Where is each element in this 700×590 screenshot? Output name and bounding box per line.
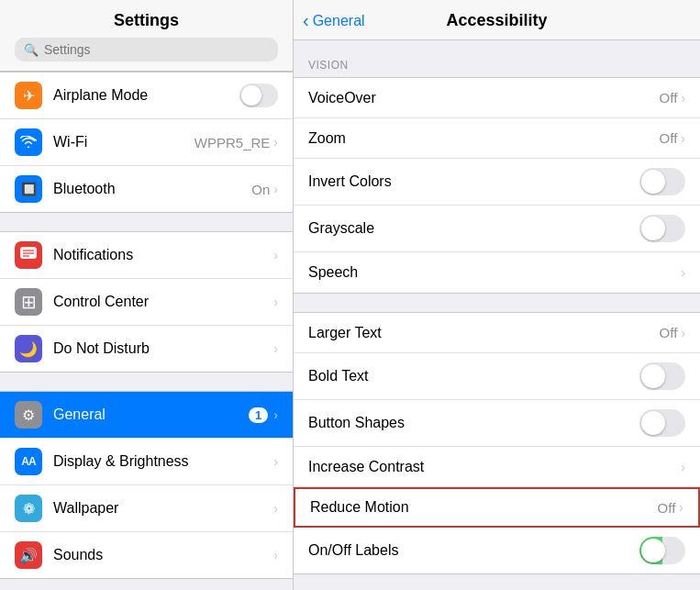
buttonshapes-label: Button Shapes — [308, 415, 639, 431]
invertcolors-label: Invert Colors — [308, 173, 639, 190]
text-group: Larger Text Off › Bold Text Button Shape… — [294, 312, 700, 574]
display-label: Display & Brightness — [53, 453, 273, 470]
notification-group: Notifications › ⊞ Control Center › 🌙 Do … — [0, 231, 293, 373]
settings-item-general[interactable]: ⚙ General 1 › — [0, 392, 293, 439]
vision-group: VoiceOver Off › Zoom Off › Invert Colors… — [294, 77, 700, 294]
settings-item-wifi[interactable]: Wi-Fi WPPR5_RE › — [0, 119, 293, 166]
settings-item-sounds[interactable]: 🔊 Sounds › — [0, 532, 293, 578]
settings-item-display[interactable]: AA Display & Brightness › — [0, 439, 293, 485]
wifi-chevron: › — [273, 135, 278, 150]
airplane-label: Airplane Mode — [53, 87, 239, 104]
boldtext-label: Bold Text — [308, 368, 639, 384]
search-icon: 🔍 — [24, 43, 39, 57]
donotdisturb-chevron: › — [273, 341, 278, 356]
right-content: VISION VoiceOver Off › Zoom Off › Invert… — [294, 40, 700, 590]
speech-label: Speech — [308, 264, 681, 281]
control-label: Control Center — [53, 294, 273, 310]
zoom-label: Zoom — [308, 130, 660, 147]
onofflabels-toggle[interactable] — [639, 537, 685, 564]
accessibility-title: Accessibility — [446, 11, 547, 30]
zoom-value: Off — [660, 130, 678, 146]
settings-item-control[interactable]: ⊞ Control Center › — [0, 279, 293, 326]
right-item-speech[interactable]: Speech › — [294, 252, 700, 293]
sounds-chevron: › — [273, 548, 278, 562]
back-chevron-icon: ‹ — [303, 10, 309, 31]
wallpaper-label: Wallpaper — [53, 500, 273, 517]
back-label: General — [313, 13, 365, 29]
right-item-invertcolors[interactable]: Invert Colors — [294, 159, 700, 206]
wifi-icon — [15, 128, 42, 156]
bluetooth-icon: 🔲 — [15, 175, 42, 203]
sounds-label: Sounds — [53, 547, 273, 563]
airplane-icon: ✈ — [15, 82, 42, 109]
bluetooth-label: Bluetooth — [53, 181, 251, 197]
notifications-icon — [15, 241, 42, 269]
reducemotion-value: Off — [658, 500, 676, 516]
wallpaper-icon: ❁ — [15, 495, 42, 522]
settings-title: Settings — [15, 11, 278, 30]
general-badge: 1 — [249, 407, 268, 423]
vision-section-title: VISION — [294, 59, 700, 77]
airplane-toggle[interactable] — [239, 83, 278, 107]
notifications-label: Notifications — [53, 247, 273, 263]
left-header: Settings 🔍 — [0, 0, 293, 72]
largertext-chevron: › — [681, 326, 685, 340]
wifi-value: WPPR5_RE — [194, 135, 271, 150]
grayscale-toggle[interactable] — [639, 215, 685, 242]
display-icon: AA — [15, 448, 42, 475]
voiceover-value: Off — [660, 90, 678, 106]
boldtext-toggle[interactable] — [639, 362, 685, 390]
largertext-label: Larger Text — [308, 325, 660, 341]
bluetooth-value: On — [251, 182, 270, 197]
search-bar[interactable]: 🔍 — [15, 38, 278, 61]
right-item-largertext[interactable]: Larger Text Off › — [294, 313, 700, 353]
settings-list: ✈ Airplane Mode Wi-Fi WPPR5_RE › — [0, 72, 293, 590]
zoom-chevron: › — [681, 131, 685, 146]
right-item-increasecontrast[interactable]: Increase Contrast › — [294, 447, 700, 487]
right-item-buttonshapes[interactable]: Button Shapes — [294, 400, 700, 447]
sounds-icon: 🔊 — [15, 541, 42, 569]
invertcolors-toggle[interactable] — [639, 168, 685, 195]
text-section: Larger Text Off › Bold Text Button Shape… — [294, 312, 700, 574]
increasecontrast-chevron: › — [681, 460, 685, 474]
right-panel: ‹ General Accessibility VISION VoiceOver… — [294, 0, 700, 590]
right-item-onofflabels[interactable]: On/Off Labels — [294, 528, 700, 573]
right-item-zoom[interactable]: Zoom Off › — [294, 118, 700, 159]
general-icon: ⚙ — [15, 401, 42, 429]
settings-item-donotdisturb[interactable]: 🌙 Do Not Disturb › — [0, 326, 293, 372]
search-input[interactable] — [44, 42, 269, 57]
back-button[interactable]: ‹ General — [303, 10, 365, 31]
grayscale-label: Grayscale — [308, 220, 639, 237]
control-icon: ⊞ — [15, 288, 42, 316]
display-chevron: › — [273, 454, 278, 469]
general-label: General — [53, 406, 249, 423]
largertext-value: Off — [660, 325, 678, 340]
settings-item-airplane[interactable]: ✈ Airplane Mode — [0, 72, 293, 119]
donotdisturb-icon: 🌙 — [15, 335, 42, 362]
donotdisturb-label: Do Not Disturb — [53, 340, 273, 357]
vision-section: VISION VoiceOver Off › Zoom Off › Invert… — [294, 59, 700, 294]
wallpaper-chevron: › — [273, 501, 278, 516]
right-item-boldtext[interactable]: Bold Text — [294, 353, 700, 400]
bluetooth-chevron: › — [273, 182, 278, 196]
buttonshapes-toggle[interactable] — [639, 409, 685, 437]
increasecontrast-label: Increase Contrast — [308, 459, 681, 475]
control-chevron: › — [273, 295, 278, 309]
system-group: ⚙ General 1 › AA Display & Brightness › … — [0, 391, 293, 579]
right-item-grayscale[interactable]: Grayscale — [294, 206, 700, 252]
right-item-voiceover[interactable]: VoiceOver Off › — [294, 78, 700, 118]
voiceover-label: VoiceOver — [308, 90, 660, 106]
settings-item-wallpaper[interactable]: ❁ Wallpaper › — [0, 485, 293, 532]
onofflabels-label: On/Off Labels — [308, 542, 639, 559]
speech-chevron: › — [681, 265, 685, 280]
reducemotion-chevron: › — [679, 500, 683, 515]
settings-item-notifications[interactable]: Notifications › — [0, 232, 293, 279]
settings-item-bluetooth[interactable]: 🔲 Bluetooth On › — [0, 166, 293, 212]
wifi-label: Wi-Fi — [53, 134, 194, 150]
connectivity-group: ✈ Airplane Mode Wi-Fi WPPR5_RE › — [0, 72, 293, 213]
notifications-chevron: › — [273, 248, 278, 262]
voiceover-chevron: › — [681, 91, 685, 106]
right-header: ‹ General Accessibility — [294, 0, 700, 40]
right-item-reducemotion[interactable]: Reduce Motion Off › — [294, 487, 700, 528]
left-panel: Settings 🔍 ✈ Airplane Mode — [0, 0, 294, 590]
